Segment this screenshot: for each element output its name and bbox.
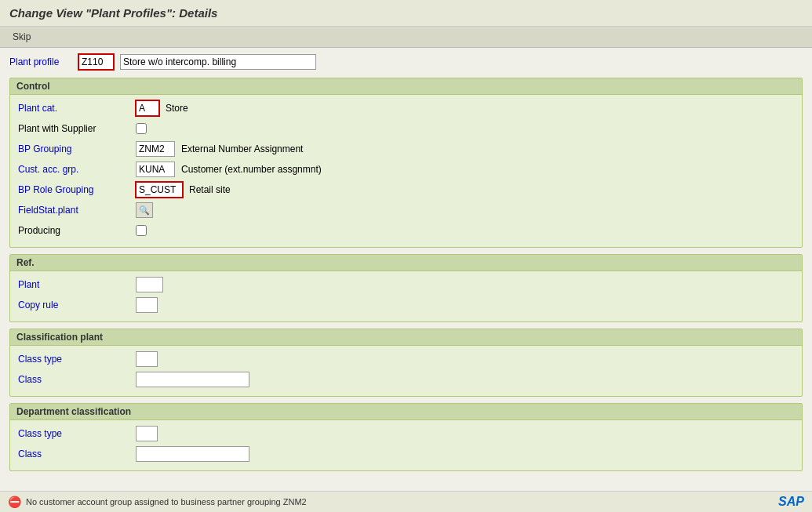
skip-button[interactable]: Skip	[9, 30, 34, 44]
class-type-label-2: Class type	[18, 428, 136, 439]
cust-acc-input[interactable]	[136, 162, 175, 177]
producing-checkbox[interactable]	[136, 225, 147, 236]
plant-profile-row: Plant profile	[9, 54, 803, 70]
page-title: Change View "Plant Profiles": Details	[0, 0, 812, 27]
toolbar: Skip	[0, 27, 812, 48]
main-content: Plant profile Control Plant cat. Store P…	[0, 48, 812, 484]
classification-plant-section: Classification plant Class type Class	[9, 329, 803, 397]
class-row-2: Class	[18, 445, 794, 463]
bp-role-label: BP Role Grouping	[18, 184, 136, 195]
bp-grouping-row: BP Grouping External Number Assignment	[18, 140, 794, 158]
bp-grouping-input[interactable]	[136, 141, 175, 157]
fieldstat-label: FieldStat.plant	[18, 205, 136, 216]
bp-role-row: BP Role Grouping Retail site	[18, 181, 794, 198]
ref-section: Ref. Plant Copy rule	[9, 254, 803, 322]
status-bar: ⛔ No customer account group assigned to …	[0, 491, 812, 512]
cust-acc-desc: Customer (ext.number assgnmnt)	[181, 164, 322, 175]
ref-section-body: Plant Copy rule	[10, 271, 802, 321]
control-section: Control Plant cat. Store Plant with Supp…	[9, 78, 803, 248]
plant-cat-label: Plant cat.	[18, 103, 136, 114]
copy-rule-row: Copy rule	[18, 296, 794, 314]
fieldstat-row: FieldStat.plant 🔍	[18, 202, 794, 219]
department-classification-header: Department classification	[10, 404, 802, 420]
cust-acc-label: Cust. acc. grp.	[18, 164, 136, 175]
plant-profile-code-input[interactable]	[78, 54, 114, 70]
classification-plant-header: Classification plant	[10, 329, 802, 346]
department-classification-section: Department classification Class type Cla…	[9, 403, 803, 471]
department-classification-body: Class type Class	[10, 420, 802, 470]
class-type-row-1: Class type	[18, 350, 794, 368]
plant-cat-input[interactable]	[136, 100, 159, 116]
fieldstat-lookup-button[interactable]: 🔍	[136, 202, 153, 218]
class-type-label-1: Class type	[18, 354, 136, 365]
class-type-row-2: Class type	[18, 425, 794, 442]
status-message: ⛔ No customer account group assigned to …	[8, 496, 307, 508]
plant-cat-desc: Store	[166, 103, 188, 114]
bp-grouping-desc: External Number Assignment	[181, 143, 303, 154]
class-label-1: Class	[18, 374, 136, 385]
classification-plant-body: Class type Class	[10, 346, 802, 396]
class-label-2: Class	[18, 448, 136, 459]
error-icon: ⛔	[8, 496, 21, 508]
status-text: No customer account group assigned to bu…	[26, 497, 307, 507]
plant-supplier-label: Plant with Supplier	[18, 123, 136, 134]
control-section-header: Control	[10, 78, 802, 95]
ref-section-header: Ref.	[10, 255, 802, 271]
class-type-input-1[interactable]	[136, 351, 158, 367]
bp-grouping-label: BP Grouping	[18, 143, 136, 154]
control-section-body: Plant cat. Store Plant with Supplier BP …	[10, 95, 802, 247]
plant-supplier-row: Plant with Supplier	[18, 120, 794, 137]
plant-supplier-checkbox[interactable]	[136, 123, 147, 134]
sap-logo: SAP	[778, 495, 804, 509]
class-row-1: Class	[18, 371, 794, 388]
bp-role-input[interactable]	[136, 182, 183, 198]
plant-profile-label: Plant profile	[9, 56, 72, 67]
class-input-1[interactable]	[136, 372, 249, 387]
ref-plant-row: Plant	[18, 276, 794, 293]
class-input-2[interactable]	[136, 446, 249, 462]
ref-plant-input[interactable]	[136, 277, 163, 292]
producing-label: Producing	[18, 225, 136, 236]
producing-row: Producing	[18, 222, 794, 239]
plant-profile-description-input[interactable]	[120, 54, 316, 70]
cust-acc-row: Cust. acc. grp. Customer (ext.number ass…	[18, 161, 794, 178]
copy-rule-input[interactable]	[136, 297, 158, 313]
bp-role-desc: Retail site	[189, 184, 231, 195]
class-type-input-2[interactable]	[136, 426, 158, 441]
plant-cat-row: Plant cat. Store	[18, 100, 794, 117]
ref-plant-label: Plant	[18, 279, 136, 290]
copy-rule-label: Copy rule	[18, 300, 136, 310]
